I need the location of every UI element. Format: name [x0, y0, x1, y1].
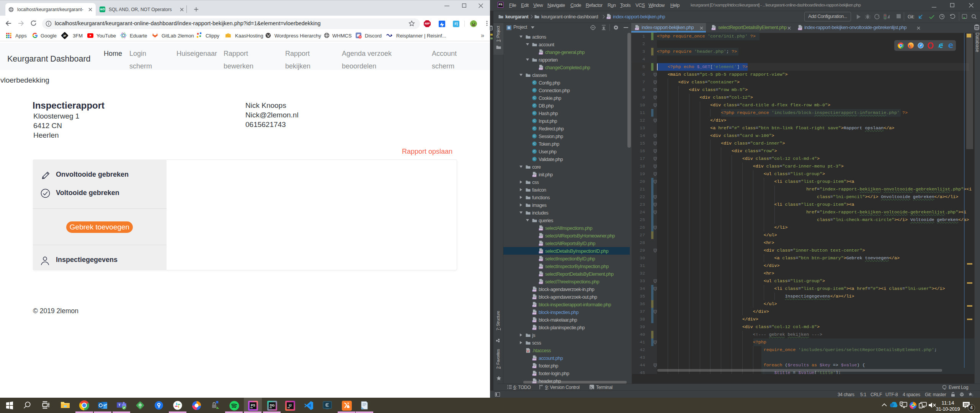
svg-text:PHP: PHP: [539, 252, 542, 254]
svg-text:DG: DG: [270, 403, 275, 407]
svg-text:PS: PS: [251, 403, 255, 407]
svg-text:PHP: PHP: [607, 17, 610, 19]
svg-text:IJ: IJ: [289, 403, 291, 407]
svg-text:PHP: PHP: [532, 328, 536, 330]
svg-text:PHP: PHP: [532, 374, 536, 376]
svg-text:PHP: PHP: [532, 359, 536, 361]
svg-text:PHP: PHP: [532, 313, 536, 315]
svg-text:PHP: PHP: [539, 53, 542, 55]
svg-text:PHP: PHP: [539, 275, 542, 276]
svg-text:PHP: PHP: [539, 267, 542, 269]
svg-text:PHP: PHP: [539, 259, 542, 261]
svg-text:PHP: PHP: [532, 366, 536, 368]
svg-text:PHP: PHP: [539, 68, 542, 70]
svg-text:PHP: PHP: [532, 298, 536, 299]
svg-text:PHP: PHP: [532, 320, 536, 322]
svg-text:PHP: PHP: [539, 236, 542, 238]
svg-text:PHP: PHP: [532, 290, 536, 292]
svg-text:?: ?: [972, 394, 973, 397]
svg-text:PHP: PHP: [539, 229, 542, 231]
svg-text:T: T: [118, 403, 121, 407]
svg-text:3F: 3F: [63, 34, 67, 37]
svg-text:PHP: PHP: [539, 244, 542, 246]
svg-text:PHP: PHP: [539, 282, 542, 284]
svg-text:PHP: PHP: [532, 175, 536, 177]
svg-text:PHP: PHP: [532, 305, 536, 307]
